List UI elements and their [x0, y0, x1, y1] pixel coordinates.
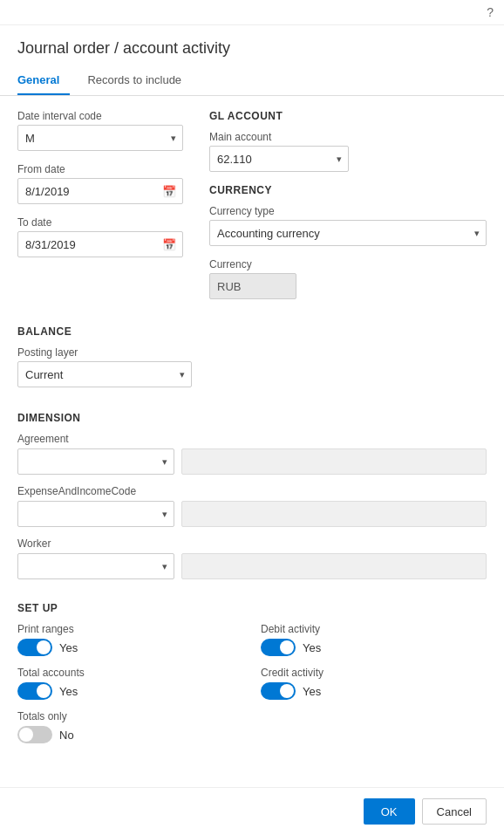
date-interval-code-select-wrapper: M W Q Y ▾ — [17, 125, 183, 151]
credit-activity-group: Credit activity Yes — [261, 667, 487, 700]
totals-only-toggle[interactable] — [17, 726, 52, 743]
agreement-label: Agreement — [17, 433, 487, 445]
dialog-title: Journal order / account activity — [0, 25, 504, 66]
credit-activity-toggle-row: Yes — [261, 682, 487, 700]
main-account-group: Main account 62.110 ▾ — [209, 131, 487, 172]
worker-select[interactable] — [17, 553, 174, 579]
debit-activity-group: Debit activity Yes — [261, 623, 487, 656]
to-date-input[interactable] — [17, 231, 183, 257]
totals-only-group: Totals only No — [17, 710, 487, 743]
credit-activity-value: Yes — [303, 685, 321, 698]
credit-activity-toggle[interactable] — [261, 682, 296, 700]
gl-account-section-header: GL ACCOUNT — [209, 110, 487, 122]
to-date-label: To date — [17, 216, 183, 229]
total-accounts-toggle-row: Yes — [17, 682, 243, 700]
expense-income-code-text — [181, 501, 487, 527]
currency-type-label: Currency type — [209, 205, 487, 217]
agreement-row: ▾ — [17, 448, 487, 475]
currency-type-select-wrapper: Accounting currency Transaction currency… — [209, 220, 487, 246]
setup-grid: Print ranges Yes Debit activity Yes — [17, 623, 487, 700]
balance-section: BALANCE Posting layer Current Operations… — [0, 325, 504, 412]
worker-label: Worker — [17, 537, 487, 550]
right-column: GL ACCOUNT Main account 62.110 ▾ CURRENC… — [209, 110, 487, 311]
currency-type-select[interactable]: Accounting currency Transaction currency… — [209, 220, 487, 246]
footer-buttons: OK Cancel — [0, 787, 504, 835]
main-account-label: Main account — [209, 131, 487, 143]
posting-layer-group: Posting layer Current Operations Tax ▾ — [17, 346, 487, 387]
date-interval-code-label: Date interval code — [17, 110, 183, 122]
total-accounts-slider — [17, 682, 52, 700]
tab-records-to-include[interactable]: Records to include — [87, 66, 192, 95]
print-ranges-slider — [17, 639, 52, 656]
agreement-text — [181, 448, 487, 475]
print-ranges-label: Print ranges — [17, 623, 243, 635]
to-date-calendar-icon[interactable]: 📅 — [162, 238, 176, 251]
total-accounts-label: Total accounts — [17, 667, 243, 679]
totals-only-slider — [17, 726, 52, 743]
total-accounts-value: Yes — [59, 685, 78, 698]
expense-income-code-select-wrapper: ▾ — [17, 501, 174, 527]
tab-general[interactable]: General — [17, 66, 70, 95]
print-ranges-group: Print ranges Yes — [17, 623, 243, 656]
from-date-input[interactable] — [17, 178, 183, 204]
from-date-label: From date — [17, 163, 183, 175]
balance-section-header: BALANCE — [17, 325, 487, 338]
posting-layer-select-wrapper: Current Operations Tax ▾ — [17, 361, 192, 387]
currency-group: Currency RUB — [209, 258, 487, 299]
totals-only-toggle-row: No — [17, 726, 487, 743]
totals-only-value: No — [59, 729, 74, 742]
main-account-select-wrapper: 62.110 ▾ — [209, 146, 349, 172]
dimension-section: DIMENSION Agreement ▾ ExpenseAndIncomeCo… — [0, 412, 504, 602]
main-account-select[interactable]: 62.110 — [209, 146, 349, 172]
print-ranges-toggle[interactable] — [17, 639, 52, 656]
agreement-select-wrapper: ▾ — [17, 448, 174, 475]
debit-activity-toggle[interactable] — [261, 639, 296, 656]
expense-income-code-label: ExpenseAndIncomeCode — [17, 485, 487, 497]
expense-income-code-row: ▾ — [17, 501, 487, 527]
to-date-group: To date 📅 — [17, 216, 183, 257]
cancel-button[interactable]: Cancel — [422, 798, 487, 825]
left-column: Date interval code M W Q Y ▾ From date 📅… — [17, 110, 183, 311]
credit-activity-label: Credit activity — [261, 667, 487, 679]
print-ranges-toggle-row: Yes — [17, 639, 243, 656]
tabs-bar: General Records to include — [0, 66, 504, 96]
posting-layer-select[interactable]: Current Operations Tax — [17, 361, 192, 387]
from-date-group: From date 📅 — [17, 163, 183, 204]
from-date-wrapper: 📅 — [17, 178, 183, 204]
top-bar: ? — [0, 0, 504, 25]
posting-layer-label: Posting layer — [17, 346, 487, 359]
debit-activity-slider — [261, 639, 296, 656]
debit-activity-toggle-row: Yes — [261, 639, 487, 656]
content-area: Date interval code M W Q Y ▾ From date 📅… — [0, 96, 504, 325]
currency-type-group: Currency type Accounting currency Transa… — [209, 205, 487, 246]
worker-text — [181, 553, 487, 579]
print-ranges-value: Yes — [59, 641, 78, 654]
debit-activity-value: Yes — [303, 641, 321, 654]
total-accounts-group: Total accounts Yes — [17, 667, 243, 700]
setup-section-header: SET UP — [17, 602, 487, 614]
ok-button[interactable]: OK — [364, 798, 415, 825]
worker-row: ▾ — [17, 553, 487, 579]
credit-activity-slider — [261, 682, 296, 700]
currency-value: RUB — [209, 273, 296, 299]
date-interval-code-select[interactable]: M W Q Y — [17, 125, 183, 151]
debit-activity-label: Debit activity — [261, 623, 487, 635]
currency-label: Currency — [209, 258, 487, 270]
setup-section: SET UP Print ranges Yes Debit activity Y — [0, 602, 504, 813]
dimension-section-header: DIMENSION — [17, 412, 487, 424]
date-interval-code-group: Date interval code M W Q Y ▾ — [17, 110, 183, 151]
expense-income-code-select[interactable] — [17, 501, 174, 527]
help-icon[interactable]: ? — [487, 5, 494, 19]
total-accounts-toggle[interactable] — [17, 682, 52, 700]
agreement-select[interactable] — [17, 448, 174, 475]
to-date-wrapper: 📅 — [17, 231, 183, 257]
totals-only-label: Totals only — [17, 710, 487, 722]
from-date-calendar-icon[interactable]: 📅 — [162, 185, 176, 198]
worker-select-wrapper: ▾ — [17, 553, 174, 579]
currency-section-header: CURRENCY — [209, 184, 487, 196]
